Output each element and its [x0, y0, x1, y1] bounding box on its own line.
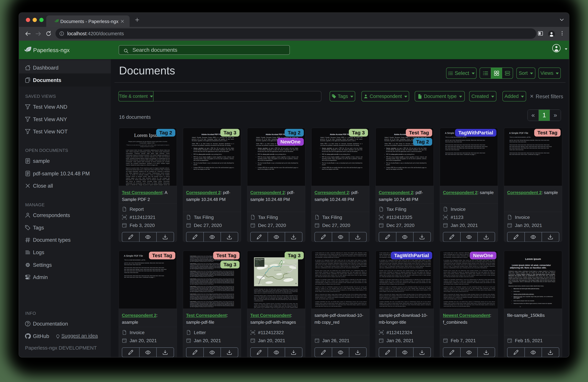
svg-text:14 days in BWCA: 14 days in BWCA [255, 260, 262, 261]
svg-text:△ Day 5–9: △ Day 5–9 [255, 264, 259, 265]
svg-text:△ Day 1–4: △ Day 1–4 [255, 263, 259, 263]
svg-text:New mid-trip camp: New mid-trip camp [274, 270, 281, 271]
svg-text:Lower portage landing: Lower portage landing [283, 277, 291, 278]
svg-text:Boundary Waters Trip: Boundary Waters Trip [255, 259, 266, 260]
svg-text:Google Earth: Google Earth [255, 284, 262, 285]
svg-text:Legend: Legend [255, 261, 258, 262]
svg-text:△ Day 10–14: △ Day 10–14 [255, 265, 260, 266]
svg-text:third day north: third day north [284, 273, 289, 274]
